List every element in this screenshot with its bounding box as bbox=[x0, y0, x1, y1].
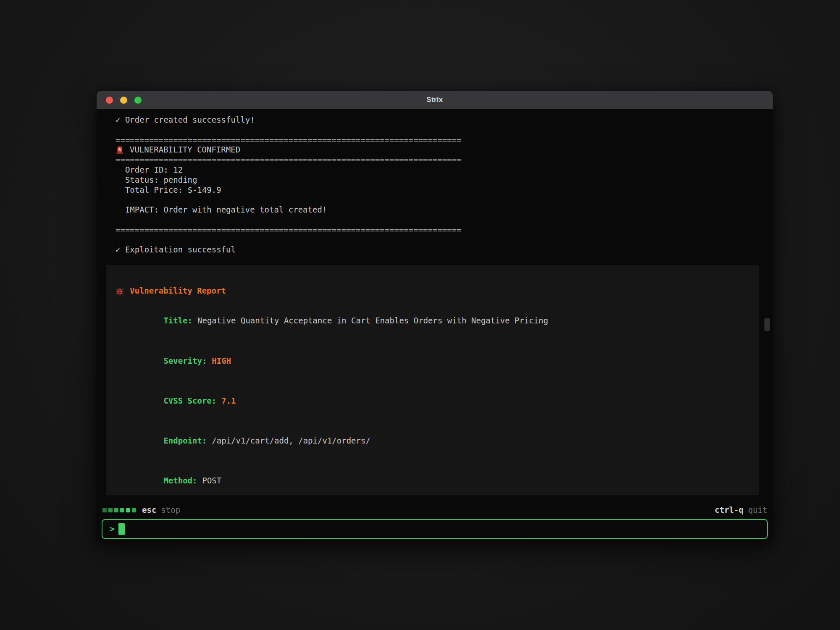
spinner-block bbox=[120, 508, 124, 512]
strix-window: Strix ✓ Order created successfully! ====… bbox=[97, 91, 773, 541]
spinner-block bbox=[108, 508, 113, 512]
minimize-button[interactable] bbox=[120, 97, 127, 104]
terminal-content: ✓ Order created successfully! ==========… bbox=[97, 109, 773, 541]
status-bar: esc stop ctrl-q quit bbox=[97, 504, 773, 517]
bug-icon bbox=[116, 287, 124, 295]
vulnerability-confirmed-line: VULNERABILITY CONFIRMED bbox=[97, 145, 773, 155]
titlebar[interactable]: Strix bbox=[97, 91, 773, 109]
quit-key-hint: ctrl-q bbox=[715, 505, 744, 515]
report-endpoint-line: Endpoint:/api/v1/cart/add, /api/v1/order… bbox=[116, 426, 749, 456]
activity-spinner bbox=[102, 508, 136, 512]
exploitation-success-line: ✓ Exploitation successful bbox=[97, 245, 773, 255]
scrollbar-thumb[interactable] bbox=[764, 318, 770, 331]
window-title: Strix bbox=[427, 96, 443, 104]
separator-line: ========================================… bbox=[97, 155, 773, 165]
esc-action-hint: stop bbox=[161, 505, 180, 515]
vulnerability-confirmed-text: VULNERABILITY CONFIRMED bbox=[130, 145, 240, 155]
title-value: Negative Quantity Acceptance in Cart Ena… bbox=[197, 316, 548, 325]
order-success-line: ✓ Order created successfully! bbox=[97, 115, 773, 125]
spinner-block bbox=[126, 508, 130, 512]
separator-line: ========================================… bbox=[97, 135, 773, 145]
spinner-block bbox=[114, 508, 118, 512]
report-severity-line: Severity:HIGH bbox=[116, 346, 749, 376]
status-right: ctrl-q quit bbox=[715, 505, 767, 515]
impact-line: IMPACT: Order with negative total create… bbox=[97, 205, 773, 215]
vulnerability-report-panel: Vulnerability Report Title:Negative Quan… bbox=[106, 265, 759, 495]
total-price-line: Total Price: $-149.9 bbox=[97, 185, 773, 195]
spinner-block bbox=[102, 508, 107, 512]
report-header-title: Vulnerability Report bbox=[130, 286, 226, 296]
report-cvss-score-line: CVSS Score:7.1 bbox=[116, 386, 749, 416]
severity-value: HIGH bbox=[212, 356, 231, 365]
text-cursor bbox=[118, 523, 125, 535]
title-label: Title: bbox=[163, 316, 192, 325]
esc-key-hint: esc bbox=[142, 505, 156, 515]
endpoint-value: /api/v1/cart/add, /api/v1/orders/ bbox=[212, 436, 370, 445]
endpoint-label: Endpoint: bbox=[163, 436, 207, 445]
terminal-output: ✓ Order created successfully! ==========… bbox=[97, 115, 773, 495]
command-input[interactable]: > bbox=[102, 519, 768, 539]
cvss-score-label: CVSS Score: bbox=[163, 396, 216, 405]
status-left: esc stop bbox=[102, 505, 180, 515]
order-id-line: Order ID: 12 bbox=[97, 165, 773, 175]
zoom-button[interactable] bbox=[134, 97, 142, 104]
report-header-row: Vulnerability Report bbox=[116, 286, 749, 296]
siren-icon bbox=[116, 146, 124, 154]
order-status-line: Status: pending bbox=[97, 175, 773, 185]
traffic-lights bbox=[106, 91, 142, 109]
separator-line: ========================================… bbox=[97, 225, 773, 235]
report-method-line: Method:POST bbox=[116, 466, 749, 495]
method-label: Method: bbox=[163, 476, 197, 485]
quit-action-hint: quit bbox=[748, 505, 767, 515]
cvss-score-value: 7.1 bbox=[221, 396, 236, 405]
spinner-block bbox=[132, 508, 136, 512]
prompt-symbol: > bbox=[110, 524, 115, 534]
severity-label: Severity: bbox=[163, 356, 207, 365]
method-value: POST bbox=[202, 476, 221, 485]
report-title-line: Title:Negative Quantity Acceptance in Ca… bbox=[116, 306, 749, 336]
close-button[interactable] bbox=[106, 97, 113, 104]
